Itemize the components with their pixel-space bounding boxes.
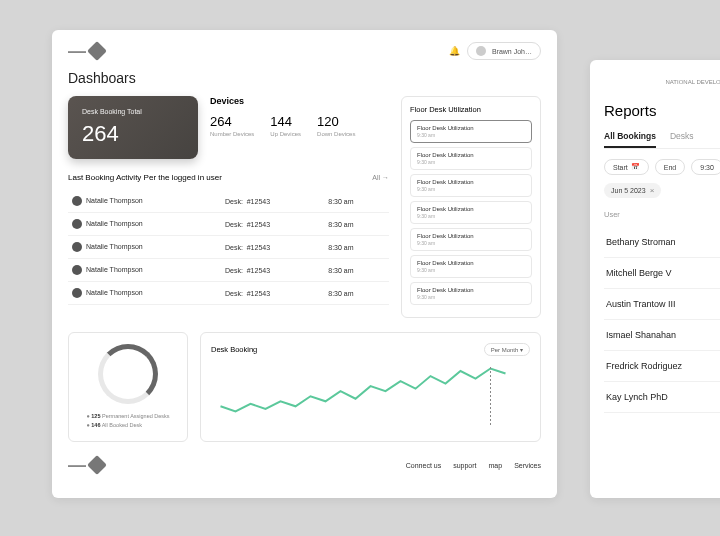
user-row[interactable]: Mitchell Berge V <box>604 258 720 289</box>
util-item[interactable]: Floor Desk Utilization9:30 am <box>410 228 532 251</box>
logo: ▬▬▬ <box>68 44 104 58</box>
total-value: 264 <box>82 121 184 147</box>
footer-link[interactable]: support <box>453 462 476 469</box>
user-row[interactable]: Kay Lynch PhD <box>604 382 720 413</box>
page-title: Dashboars <box>68 70 541 86</box>
user-row[interactable]: Ismael Shanahan <box>604 320 720 351</box>
user-chip[interactable]: Brawn Joh… <box>467 42 541 60</box>
stat-up: 144Up Devices <box>270 114 301 137</box>
header: ▬▬▬ 🔔 Brawn Joh… <box>68 42 541 60</box>
logo-text: ▬▬▬ <box>68 48 86 54</box>
table-row[interactable]: Natalie ThompsonDesk: #125438:30 am <box>68 213 389 236</box>
user-name: Brawn Joh… <box>492 48 532 55</box>
reports-logo: NATIONAL DEVELOPMENT FUND <box>604 76 720 88</box>
footer-link[interactable]: map <box>489 462 503 469</box>
footer-logo: ▬▬▬ <box>68 458 104 472</box>
bell-icon[interactable]: 🔔 <box>449 46 459 56</box>
donut-card: ● 125 Permanent Assigned Desks ● 146 All… <box>68 332 188 442</box>
tab-desks[interactable]: Desks <box>670 131 694 148</box>
user-column-header: User <box>604 210 720 219</box>
util-item[interactable]: Floor Desk Utilization9:30 am <box>410 174 532 197</box>
date-chip[interactable]: Jun 5 2023× <box>604 183 661 198</box>
per-month-filter[interactable]: Per Month ▾ <box>484 343 530 356</box>
util-item[interactable]: Floor Desk Utilization9:30 am <box>410 255 532 278</box>
avatar-icon <box>72 288 82 298</box>
reports-panel: NATIONAL DEVELOPMENT FUND Reports All Bo… <box>590 60 720 498</box>
util-title: Floor Desk Utilization <box>410 105 532 114</box>
activity-all-link[interactable]: All → <box>372 174 389 181</box>
stat-down: 120Down Devices <box>317 114 355 137</box>
avatar-icon <box>72 265 82 275</box>
utilization-panel: Floor Desk Utilization Floor Desk Utiliz… <box>401 96 541 318</box>
devices-block: Devices 264Number Devices 144Up Devices … <box>210 96 389 159</box>
logo-icon <box>87 41 107 61</box>
table-row[interactable]: Natalie ThompsonDesk: #125438:30 am <box>68 282 389 305</box>
avatar-icon <box>476 46 486 56</box>
avatar-icon <box>72 242 82 252</box>
avatar-icon <box>72 219 82 229</box>
total-label: Desk Booking Total <box>82 108 184 115</box>
stat-number: 264Number Devices <box>210 114 254 137</box>
calendar-icon: 📅 <box>631 163 640 171</box>
line-chart <box>211 362 530 432</box>
reports-title: Reports <box>604 102 720 119</box>
tabs: All Bookings Desks <box>604 131 720 149</box>
devices-title: Devices <box>210 96 389 106</box>
footer: ▬▬▬ Connect ussupportmapServices <box>68 452 541 472</box>
dashboard-panel: ▬▬▬ 🔔 Brawn Joh… Dashboars Desk Booking … <box>52 30 557 498</box>
start-filter[interactable]: Start 📅 <box>604 159 649 175</box>
util-item[interactable]: Floor Desk Utilization9:30 am <box>410 282 532 305</box>
util-item[interactable]: Floor Desk Utilization9:30 am <box>410 147 532 170</box>
table-row[interactable]: Natalie ThompsonDesk: #125438:30 am <box>68 236 389 259</box>
donut-chart <box>98 344 158 404</box>
line-title: Desk Booking <box>211 345 257 354</box>
activity-title: Last Booking Activity Per the logged in … <box>68 173 222 182</box>
activity-table: Natalie ThompsonDesk: #125438:30 amNatal… <box>68 190 389 305</box>
util-item[interactable]: Floor Desk Utilization9:30 am <box>410 201 532 224</box>
avatar-icon <box>72 196 82 206</box>
footer-link[interactable]: Connect us <box>406 462 441 469</box>
user-row[interactable]: Austin Trantow III <box>604 289 720 320</box>
util-item[interactable]: Floor Desk Utilization9:30 am <box>410 120 532 143</box>
close-icon[interactable]: × <box>650 186 655 195</box>
total-card: Desk Booking Total 264 <box>68 96 198 159</box>
end-filter[interactable]: End <box>655 159 685 175</box>
tab-all-bookings[interactable]: All Bookings <box>604 131 656 148</box>
time-filter[interactable]: 9:30 <box>691 159 720 175</box>
line-card: Desk Booking Per Month ▾ <box>200 332 541 442</box>
user-row[interactable]: Bethany Stroman <box>604 227 720 258</box>
footer-link[interactable]: Services <box>514 462 541 469</box>
table-row[interactable]: Natalie ThompsonDesk: #125438:30 am <box>68 190 389 213</box>
donut-legend: ● 125 Permanent Assigned Desks ● 146 All… <box>86 412 169 430</box>
activity-section: Last Booking Activity Per the logged in … <box>68 173 389 305</box>
table-row[interactable]: Natalie ThompsonDesk: #125438:30 am <box>68 259 389 282</box>
user-row[interactable]: Fredrick Rodriguez <box>604 351 720 382</box>
